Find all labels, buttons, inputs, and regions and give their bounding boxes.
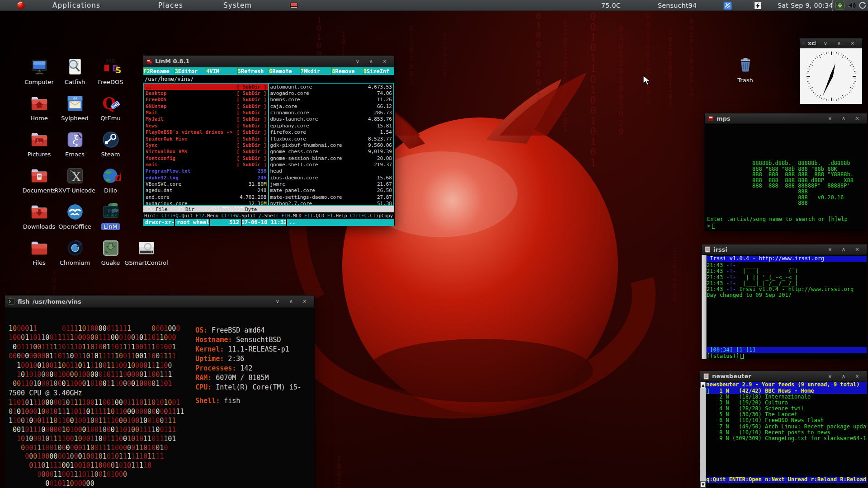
file-row[interactable]: SpiderOak Hive[ SubDir ] [144,136,268,142]
feed-row[interactable]: 4 N (28/28) Science twil [706,406,867,412]
feed-row[interactable]: 1 N (42/42) BBC News - Home [706,388,867,394]
maximize-button[interactable]: ∧ [364,56,378,66]
temperature-applet[interactable]: 75.0C [601,0,621,11]
file-row[interactable]: caja.core66.12 [269,103,394,109]
close-button[interactable]: × [298,296,311,306]
file-row[interactable]: fluxbox.core8,523.77 [269,136,394,142]
mps-terminal-content[interactable]: 88888b.d88b. 88888b. .d8888b 888 "888 "8… [705,124,867,231]
file-row[interactable]: fontconfig[ SubDir ] [144,155,268,161]
file-row[interactable]: VBoxSVC.core31.80M [144,181,268,187]
file-row[interactable]: epiphany.core15.81 [269,122,394,129]
file-row[interactable]: dbus-launch.core4,853.76 [269,116,394,122]
fkey-editor[interactable]: 3Editor [175,67,206,75]
file-row[interactable]: News[ SubDir ] [144,122,268,129]
close-button[interactable]: × [378,56,392,66]
close-button[interactable]: × [846,38,859,48]
desktop-icon-steam[interactable]: Steam [93,129,128,158]
fkey-vim[interactable]: 4VIM [206,67,237,75]
tray-app-icon[interactable] [723,0,732,11]
desktop-icon-pictures[interactable]: Pictures [21,129,57,158]
minimize-button[interactable]: ∨ [819,38,832,48]
freebsd-menu-icon[interactable] [16,0,25,11]
file-row[interactable]: Mail[ SubDir ] [144,109,268,116]
desktop-icon-files[interactable]: Files [21,238,57,266]
file-row[interactable]: VirtualBox VMs[ SubDir ] [144,149,268,155]
menu-applications[interactable]: Applications [52,0,100,11]
desktop-icon-guake[interactable]: >_Guake [93,238,128,266]
file-row[interactable]: head [269,168,394,174]
desktop-icon-openoffice[interactable]: OpenOffice [57,202,93,230]
file-row[interactable]: eduke32.log246 [144,174,268,181]
file-row[interactable]: ProgramFlow.txt238 [144,168,268,174]
desktop-icon-documents[interactable]: Documents [21,165,57,194]
file-row[interactable]: GNUstep[ SubDir ] [144,103,268,109]
file-row[interactable]: gdk-pixbuf-thumbnai.core9,560.06 [269,142,394,148]
desktop-icon-qtemu[interactable]: Q EMUQtEmu [93,93,128,122]
desktop-icon-gsmartcontrol[interactable]: GSmartControl [128,238,164,266]
feed-row[interactable]: 5 N (30/30) The Lancet [706,412,867,418]
launcher-icon[interactable] [289,0,298,11]
minimize-button[interactable]: ∨ [823,244,837,254]
desktop-icon-computer[interactable]: Computer [21,57,57,85]
file-row[interactable]: mate-panel.core26.50 [269,188,394,194]
maximize-button[interactable]: ∧ [832,38,846,48]
file-row[interactable]: python2.7.core51.38 [269,200,394,205]
minimize-button[interactable]: ∨ [823,113,837,123]
desktop-icon-emacs[interactable]: ξ Emacs [57,129,93,158]
maximize-button[interactable]: ∧ [837,244,850,254]
newsbeuter-titlebar[interactable]: newsbeuter ∨ ∧ × [700,371,867,382]
file-row[interactable]: and.core4,702,208 [144,194,268,200]
feed-row[interactable]: 7 N (49/50) Arch Linux: Recent package u… [706,424,867,430]
desktop-icon-chromium[interactable]: Chromium [57,238,93,266]
newsbeuter-scrollbar[interactable]: ▲ ▼ [700,382,706,488]
desktop-icon-trash[interactable]: Trash [727,55,763,84]
feed-row[interactable]: 8 N (10/10) Recent posts to news [706,430,867,436]
newsbeuter-content[interactable]: newsbeuter 2.9 - Your feeds (9 unread, 9… [706,382,867,488]
feed-row[interactable]: 6 N (10/10) FreeBSD News Flash [706,418,867,423]
file-row[interactable]: gnome-shell.core219.37 [269,161,394,168]
feed-row[interactable]: 9 N (309/309) ChangeLog.txt for slackwar… [706,436,867,441]
mps-titlebar[interactable]: mps ∨ ∧ × [705,113,867,124]
desktop-icon-rxvt-unicode[interactable]: >_ XRXVT-Unicode [57,165,93,194]
menu-places[interactable]: Places [158,0,183,11]
file-row[interactable]: automount.core4,673,53 [269,84,394,90]
scroll-down-arrow[interactable]: ▼ [700,481,706,488]
file-row[interactable]: MyJail[ SubDir ] [144,116,268,122]
irssi-scrollbar[interactable] [702,255,707,359]
desktop-icon-home[interactable]: Home [21,93,57,122]
fkey-mkdir[interactable]: 7Mkdir [300,67,332,75]
irssi-titlebar[interactable]: irssi ∨ ∧ × [702,244,867,255]
scroll-up-arrow[interactable]: ▲ [700,382,706,388]
desktop-icon-linm[interactable]: LinM ux dir LinM [93,202,128,230]
file-row[interactable]: jwmrc21.67 [269,181,394,187]
maximize-button[interactable]: ∧ [837,113,850,123]
file-row[interactable]: agedu.dat248 [144,188,268,194]
fkey-rename[interactable]: F2Rename [143,67,175,75]
file-row[interactable]: PlayOnBSD's virtual drives -> ~[ SubDir … [144,129,268,136]
volume-tray-icon[interactable] [847,0,856,11]
file-row[interactable]: ..[ SubDir ] [144,84,268,90]
file-row[interactable]: firefox.core1.54 [269,129,394,136]
desktop-icon-downloads[interactable]: Downloads [21,202,57,230]
close-button[interactable]: × [850,371,864,381]
file-row[interactable]: mail[ SubDir ] [144,161,268,168]
clock-applet[interactable]: Sat Sep 9, 00:34 [778,0,833,11]
fish-titlebar[interactable]: fish /usr/home/vins ∨ ∧ × [5,296,314,308]
menu-system[interactable]: System [223,0,252,11]
maximize-button[interactable]: ∧ [837,371,850,381]
file-row[interactable]: FreeDOS[ SubDir ] [144,97,268,103]
irssi-input-line[interactable]: [(status)] [707,353,744,359]
shutdown-tray-icon[interactable] [859,0,867,11]
desktop-icon-catfish[interactable]: Catfish [57,57,93,85]
file-row[interactable]: gnome-chess.core9,019.39 [269,149,394,155]
tray-lightning-icon[interactable] [754,0,762,11]
file-row[interactable]: mate-settings-daemo.core27.87 [269,194,394,200]
minimize-button[interactable]: ∨ [351,56,364,66]
feed-row[interactable]: 3 N (19/20) Cultura [706,400,867,406]
fkey-remove[interactable]: 8Remove [331,67,363,75]
linm-titlebar[interactable]: LinM 0.8.1 ∨ ∧ × [143,56,394,67]
window-list-item-username[interactable]: Sensucht94 [658,0,697,11]
minimize-button[interactable]: ∨ [271,296,284,306]
close-button[interactable]: × [850,244,864,254]
feed-row[interactable]: 2 N (18/18) Internazionale [706,394,867,400]
